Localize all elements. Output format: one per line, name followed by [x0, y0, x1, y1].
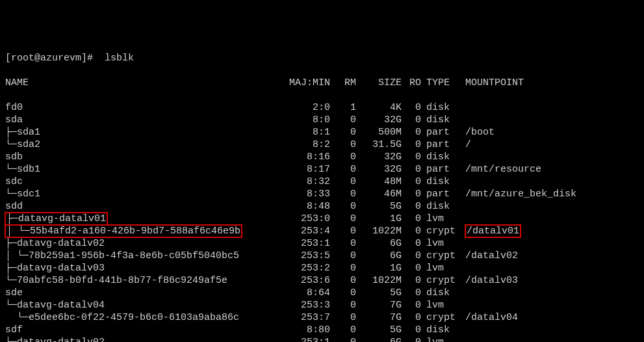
table-row: sdf8:8005G0disk — [5, 324, 639, 336]
cell-name: └─sda2 — [5, 138, 285, 151]
cell-ro: 0 — [402, 274, 421, 287]
cell-rm: 0 — [330, 237, 356, 250]
cell-name: ├─datavg-datalv03 — [5, 262, 285, 274]
cell-size: 1022M — [356, 274, 402, 287]
cell-mount — [460, 200, 639, 213]
cell-name: └─sdc1 — [5, 188, 285, 200]
cell-size: 1022M — [356, 225, 402, 237]
cell-name: fd0 — [5, 101, 285, 114]
cell-ro: 0 — [402, 250, 421, 262]
cell-type: crypt — [421, 311, 460, 324]
cell-type: disk — [421, 176, 460, 188]
col-size: SIZE — [356, 77, 402, 89]
cell-ro: 0 — [402, 126, 421, 138]
cell-name: sdb — [5, 151, 285, 163]
cell-mount — [460, 114, 639, 126]
cell-size: 46M — [356, 188, 402, 200]
table-row: └─e5dee6bc-0f22-4579-b6c0-6103a9aba86c25… — [5, 311, 639, 324]
cell-rm: 1 — [330, 101, 356, 114]
table-row: │ └─55b4afd2-a160-426b-9bd7-588af6c46e9b… — [5, 225, 639, 237]
cell-majmin: 253:4 — [285, 225, 330, 237]
cell-type: disk — [421, 151, 460, 163]
cell-name: │ └─78b259a1-956b-4f3a-8e6b-c05bf5040bc5 — [5, 250, 285, 262]
cell-ro: 0 — [402, 299, 421, 311]
cell-rm: 0 — [330, 126, 356, 138]
cell-majmin: 8:2 — [285, 138, 330, 151]
cell-rm: 0 — [330, 138, 356, 151]
cell-size: 5G — [356, 200, 402, 213]
cell-majmin: 253:5 — [285, 250, 330, 262]
table-row: ├─datavg-datalv01253:001G0lvm — [5, 213, 639, 225]
cell-mount — [460, 336, 639, 342]
cell-type: disk — [421, 324, 460, 336]
cell-majmin: 8:1 — [285, 126, 330, 138]
cell-size: 32G — [356, 163, 402, 176]
cell-name: └─sdb1 — [5, 163, 285, 176]
cell-ro: 0 — [402, 101, 421, 114]
cell-majmin: 8:0 — [285, 114, 330, 126]
col-mount: MOUNTPOINT — [460, 77, 639, 89]
cell-rm: 0 — [330, 200, 356, 213]
table-row: ├─datavg-datalv03253:201G0lvm — [5, 262, 639, 274]
cell-name: │ └─55b4afd2-a160-426b-9bd7-588af6c46e9b — [5, 225, 285, 237]
cell-majmin: 253:2 — [285, 262, 330, 274]
cell-type: crypt — [421, 225, 460, 237]
col-type: TYPE — [421, 77, 460, 89]
shell-prompt: [root@azurevm]# lsblk — [5, 52, 639, 64]
table-row: └─70abfc58-b0fd-441b-8b77-f86c9249af5e25… — [5, 274, 639, 287]
highlight-box: │ └─55b4afd2-a160-426b-9bd7-588af6c46e9b — [5, 225, 242, 237]
cell-type: lvm — [421, 299, 460, 311]
col-rm: RM — [330, 77, 356, 89]
cell-majmin: 253:6 — [285, 274, 330, 287]
table-row: └─datavg-datalv04253:307G0lvm — [5, 299, 639, 311]
cell-rm: 0 — [330, 188, 356, 200]
cell-majmin: 8:33 — [285, 188, 330, 200]
cell-size: 31.5G — [356, 138, 402, 151]
cell-name: ├─datavg-datalv02 — [5, 237, 285, 250]
cell-rm: 0 — [330, 250, 356, 262]
cell-rm: 0 — [330, 213, 356, 225]
cell-mount — [460, 262, 639, 274]
cell-type: disk — [421, 287, 460, 299]
cell-majmin: 253:1 — [285, 237, 330, 250]
cell-majmin: 8:64 — [285, 287, 330, 299]
cell-mount — [460, 213, 639, 225]
cell-majmin: 253:3 — [285, 299, 330, 311]
cell-ro: 0 — [402, 188, 421, 200]
cell-mount — [460, 287, 639, 299]
cell-ro: 0 — [402, 237, 421, 250]
cell-rm: 0 — [330, 287, 356, 299]
cell-name: └─70abfc58-b0fd-441b-8b77-f86c9249af5e — [5, 274, 285, 287]
cell-mount: /datalv03 — [460, 274, 639, 287]
cell-type: part — [421, 138, 460, 151]
cell-ro: 0 — [402, 176, 421, 188]
cell-type: part — [421, 188, 460, 200]
cell-mount: /datalv04 — [460, 311, 639, 324]
table-row: │ └─78b259a1-956b-4f3a-8e6b-c05bf5040bc5… — [5, 250, 639, 262]
lsblk-output: fd02:014K0disksda8:0032G0disk├─sda18:105… — [5, 101, 639, 342]
cell-type: lvm — [421, 336, 460, 342]
table-row: sdd8:4805G0disk — [5, 200, 639, 213]
cell-ro: 0 — [402, 311, 421, 324]
cell-name: sdf — [5, 324, 285, 336]
col-ro: RO — [402, 77, 421, 89]
cell-type: lvm — [421, 213, 460, 225]
cell-size: 6G — [356, 336, 402, 342]
cell-name: sdd — [5, 200, 285, 213]
table-row: sdb8:16032G0disk — [5, 151, 639, 163]
cell-rm: 0 — [330, 114, 356, 126]
cell-name: └─e5dee6bc-0f22-4579-b6c0-6103a9aba86c — [5, 311, 285, 324]
cell-majmin: 8:80 — [285, 324, 330, 336]
cell-size: 32G — [356, 151, 402, 163]
cell-rm: 0 — [330, 274, 356, 287]
cell-type: part — [421, 163, 460, 176]
table-row: sde8:6405G0disk — [5, 287, 639, 299]
cell-type: crypt — [421, 250, 460, 262]
cell-mount — [460, 237, 639, 250]
table-row: └─sdc18:33046M0part/mnt/azure_bek_disk — [5, 188, 639, 200]
cell-majmin: 253:1 — [285, 336, 330, 342]
cell-ro: 0 — [402, 336, 421, 342]
cell-rm: 0 — [330, 151, 356, 163]
table-row: ├─sda18:10500M0part/boot — [5, 126, 639, 138]
cell-type: crypt — [421, 274, 460, 287]
